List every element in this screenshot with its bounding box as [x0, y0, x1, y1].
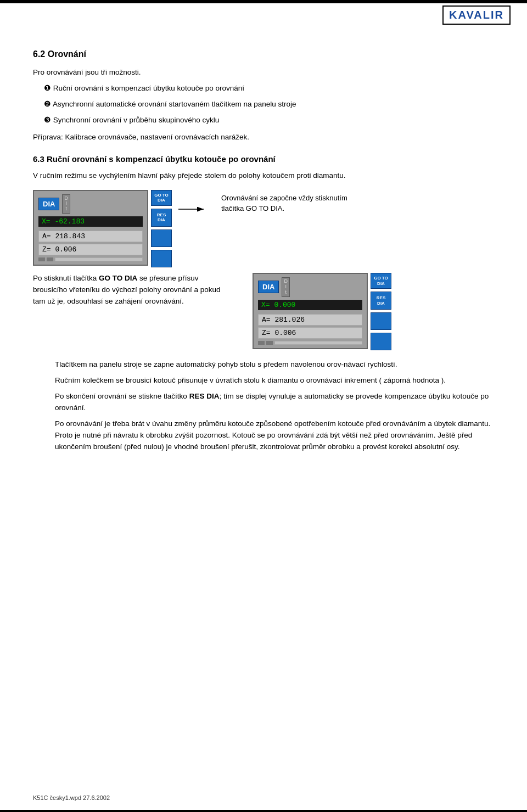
po-stisknuti-text: Po stisknutí tlačítka GO TO DIA se přesu…: [33, 273, 231, 307]
list-item-3: ❸ Synchronní orovnání v průběhu skupinov…: [44, 115, 494, 126]
left-screen-section: DIA DIt X= -62.183 A= 218.843 Z= 0.006 G…: [33, 190, 172, 267]
left-empty-bar: [55, 257, 143, 261]
list-item-1: ❶ Ruční orovnání s kompenzací úbytku kot…: [44, 83, 494, 94]
bottom-border: [0, 810, 527, 812]
numbered-list: ❶ Ruční orovnání s kompenzací úbytku kot…: [44, 83, 494, 126]
intro-text: Pro orovnávání jsou tři možnosti.: [33, 67, 494, 79]
right-small-rect-2: [266, 341, 273, 345]
right-dia-badge: DIA: [258, 281, 279, 293]
right-a-value: A= 281.026: [258, 314, 362, 326]
arrow-container: [177, 190, 208, 217]
left-x-value: X= -62.183: [38, 216, 143, 227]
arrow-svg: [177, 201, 208, 217]
left-display-panel: DIA DIt X= -62.183 A= 218.843 Z= 0.006: [33, 190, 148, 266]
left-dp-header: DIA DIt: [38, 194, 143, 214]
second-row: Po stisknutí tlačítka GO TO DIA se přesu…: [33, 273, 494, 350]
right-btn-col: GO TODIA RESDIA: [371, 273, 391, 350]
logo-text: KAVALIR: [449, 9, 504, 21]
left-btn-col: GO TODIA RESDIA: [151, 190, 172, 267]
annotation-middle: Orovnávání se započne vždy stisknutím tl…: [213, 193, 356, 214]
v-rucnim-text: V ručním režimu se vychýlením hlavní pák…: [33, 170, 494, 182]
left-dp-footer: [38, 257, 143, 261]
rucnim-text: Ručním kolečkem se brousicí kotouč přisu…: [55, 375, 494, 387]
left-z-value: Z= 0.006: [38, 244, 143, 255]
right-z-value: Z= 0.006: [258, 327, 362, 339]
annotation-text: Orovnávání se započne vždy stisknutím tl…: [221, 193, 347, 214]
right-goto-dia-button[interactable]: GO TODIA: [371, 273, 391, 289]
right-display-panel: DIA DIt X= 0.000 A= 281.026 Z= 0.006: [253, 273, 368, 349]
footer: K51C česky1.wpd 27.6.2002: [33, 794, 110, 801]
list-item-2: ❷ Asynchronní automatické orovnání start…: [44, 99, 494, 110]
right-empty-bar: [274, 341, 362, 345]
logo-area: KAVALIR: [442, 5, 511, 25]
tlacitkem-text: Tlačítkem na panelu stroje se zapne auto…: [55, 359, 494, 371]
po-orovnavani-text: Po orovnávání je třeba brát v úvahu změn…: [55, 418, 494, 453]
subsection-heading: 6.3 Ruční orovnání s kompenzací úbytku k…: [33, 154, 494, 164]
top-border: [0, 0, 527, 3]
footer-text: K51C česky1.wpd 27.6.2002: [33, 794, 110, 801]
blue-button-2[interactable]: [151, 250, 172, 267]
right-dp-footer: [258, 341, 362, 345]
left-dia-badge: DIA: [38, 198, 59, 210]
res-dia-inline: RES DIA: [189, 392, 220, 400]
res-dia-button[interactable]: RESDIA: [151, 209, 172, 227]
goto-dia-button[interactable]: GO TODIA: [151, 190, 172, 206]
priprava-text: Příprava: Kalibrace orovnávače, nastaven…: [33, 132, 494, 143]
blue-button-1[interactable]: [151, 229, 172, 247]
right-blue-button-2[interactable]: [371, 333, 391, 350]
right-res-dia-button[interactable]: RESDIA: [371, 292, 391, 310]
left-a-value: A= 218.843: [38, 231, 143, 242]
left-small-rect-2: [47, 257, 53, 261]
description-block: Po stisknutí tlačítka GO TO DIA se přesu…: [33, 273, 231, 312]
left-small-rect: [38, 257, 45, 261]
right-screen-section: DIA DIt X= 0.000 A= 281.026 Z= 0.006 GO …: [253, 273, 391, 350]
po-skonceni-para: Po skončení orovnání se stiskne tlačítko…: [55, 391, 494, 414]
right-dp-header: DIA DIt: [258, 277, 362, 297]
right-small-badge: DIt: [282, 277, 290, 297]
right-x-value: X= 0.000: [258, 300, 362, 310]
left-small-badge: DIt: [62, 194, 70, 214]
section-heading: 6.2 Orovnání: [33, 49, 494, 59]
right-small-rect: [258, 341, 265, 345]
right-blue-button-1[interactable]: [371, 312, 391, 330]
screens-row: DIA DIt X= -62.183 A= 218.843 Z= 0.006 G…: [33, 190, 494, 267]
page-container: KAVALIR 6.2 Orovnání Pro orovnávání jsou…: [0, 0, 527, 812]
go-to-dia-bold: GO TO DIA: [99, 274, 137, 282]
